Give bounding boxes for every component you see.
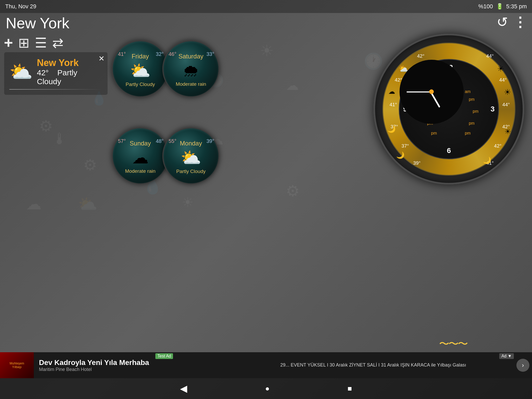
ad-test-badge: Test Ad — [155, 353, 173, 359]
monday-condition: Partly Cloudy — [176, 169, 206, 174]
ampm-mid-right: pm — [469, 97, 475, 102]
ad-image-text: MuhteşemYılbaşı — [9, 361, 25, 370]
saturday-high: 46° — [169, 51, 176, 57]
friday-icon: ⛅ — [130, 61, 151, 81]
bottom-nav: ◀ ● ■ — [0, 378, 532, 399]
ring-icon-ne: ☀ — [497, 64, 504, 73]
sunday-icon: ☁ — [132, 148, 149, 167]
ampm-bot-right: pm — [465, 131, 470, 136]
sunday-label: Sunday — [130, 140, 151, 147]
temp-n-right: 44° — [486, 53, 494, 59]
monday-low: 39° — [207, 138, 214, 144]
refresh-button[interactable]: ↺ — [497, 14, 508, 30]
ad-right-section: 29... EVENT YÜKSEL I 30 Aralık ZİYNET SA… — [275, 362, 516, 368]
temp-sw: 37° — [401, 143, 409, 149]
saturday-label: Saturday — [178, 53, 203, 60]
battery-icon: 🔋 — [496, 3, 503, 10]
friday-low: 32° — [156, 51, 164, 57]
ad-next-button[interactable]: › — [516, 359, 529, 372]
list-button[interactable]: ☰ — [35, 35, 47, 51]
clock-outer-ring: 42° 44° 42° 44° 41° 44° 37° 42° 37° 42° … — [374, 34, 524, 184]
current-weather-card: ✕ ⛅ New York 42° Partly Cloudy — [4, 52, 108, 95]
ampm-top-right: am — [465, 89, 470, 94]
sunday-high: 57° — [118, 138, 126, 144]
minute-hand — [407, 91, 431, 92]
sunday-condition: Moderate rain — [125, 168, 155, 174]
ring-icon-e: ☀ — [504, 88, 511, 97]
switch-button[interactable]: ⇄ — [52, 35, 64, 51]
friday-condition: Partly Cloudy — [126, 82, 155, 87]
current-temp-desc: 42° Partly Cloudy — [37, 68, 102, 86]
temp-se: 42° — [494, 143, 502, 149]
weather-info: New York 42° Partly Cloudy — [37, 57, 102, 86]
grid-button[interactable]: ⊞ — [18, 35, 30, 51]
forecast-bubble-monday[interactable]: 55° 39° Monday ⛅ Partly Cloudy — [162, 127, 220, 184]
add-button[interactable]: + — [4, 34, 13, 52]
ad-sub-text: Maritim Pine Beach Hotel — [39, 367, 270, 372]
monday-icon: ⛅ — [181, 148, 201, 168]
temp-w-mid: 41° — [389, 102, 397, 108]
ampm-lower-right: pm — [469, 121, 475, 126]
current-city-name: New York — [37, 57, 102, 68]
battery-level: %100 — [478, 3, 493, 10]
ampm-center-right: pm — [473, 109, 478, 114]
status-right: %100 🔋 5:35 pm — [478, 3, 527, 10]
top-right-buttons: ↺ ⋮ — [497, 14, 527, 30]
card-divider — [9, 89, 102, 90]
forecast-bubble-friday[interactable]: 41° 32° Friday ⛅ Partly Cloudy — [112, 40, 169, 97]
ring-icon-s-right: 🌙 — [483, 156, 491, 164]
menu-button[interactable]: ⋮ — [513, 14, 527, 30]
ad-label[interactable]: Ad ▼ — [499, 353, 514, 359]
forecast-bubble-sunday[interactable]: 57° 48° Sunday ☁ Moderate rain — [112, 127, 169, 184]
monday-high: 55° — [169, 138, 176, 144]
saturday-low: 33° — [207, 51, 214, 57]
temp-s-left: 39° — [413, 160, 421, 166]
ring-icon-w: ☁ — [388, 88, 395, 96]
ad-bar: MuhteşemYılbaşı Dev Kadroyla Yeni Yıla M… — [0, 352, 532, 378]
monday-label: Monday — [180, 140, 202, 147]
clock-6: 6 — [447, 147, 451, 155]
nav-home-button[interactable]: ● — [265, 384, 270, 393]
toolbar: + ⊞ ☰ ⇄ — [4, 34, 64, 52]
ad-text-section: Dev Kadroyla Yeni Yıla Merhaba Maritim P… — [34, 358, 275, 372]
friday-high: 41° — [118, 51, 126, 57]
saturday-icon: 🌧 — [183, 61, 199, 80]
friday-label: Friday — [132, 53, 149, 60]
temp-e-top: 44° — [499, 77, 507, 83]
ring-icon-sw: 🌙 — [387, 125, 396, 133]
close-card-button[interactable]: ✕ — [98, 54, 104, 63]
nav-recents-button[interactable]: ■ — [348, 384, 352, 393]
forecast-bubble-saturday[interactable]: 46° 33° Saturday 🌧 Moderate rain — [162, 40, 220, 97]
ring-icon-se: ☀ — [504, 127, 511, 136]
sunday-low: 48° — [156, 138, 164, 144]
saturday-condition: Moderate rain — [176, 81, 206, 87]
temp-e-mid: 44° — [502, 102, 510, 108]
status-time: 5:35 pm — [506, 3, 527, 10]
status-bar: Thu, Nov 29 %100 🔋 5:35 pm — [0, 0, 532, 13]
city-title: New York — [6, 14, 69, 32]
wave-indicator: 〜〜〜 — [439, 337, 467, 351]
ad-image: MuhteşemYılbaşı — [0, 352, 34, 378]
ampm-bot-left: pm — [431, 131, 437, 136]
clock-widget: 42° 44° 42° 44° 41° 44° 37° 42° 37° 42° … — [374, 34, 524, 184]
status-date: Thu, Nov 29 — [5, 3, 36, 10]
ring-icon-s-left: 🌙 — [396, 151, 404, 159]
clock-3: 3 — [491, 105, 495, 113]
ad-main-text: Dev Kadroyla Yeni Yıla Merhaba — [39, 358, 270, 367]
current-weather-icon: ⛅ — [9, 61, 33, 83]
clock-face — [400, 60, 464, 124]
clock-center-dot — [429, 89, 434, 94]
nav-back-button[interactable]: ◀ — [180, 383, 187, 394]
clock-inner-ring: 12 3 6 9 am am am pm am pm pm pm pm pm — [399, 59, 499, 159]
temp-n-left: 42° — [417, 53, 424, 59]
ad-right-text: 29... EVENT YÜKSEL I 30 Aralık ZİYNET SA… — [280, 362, 511, 368]
